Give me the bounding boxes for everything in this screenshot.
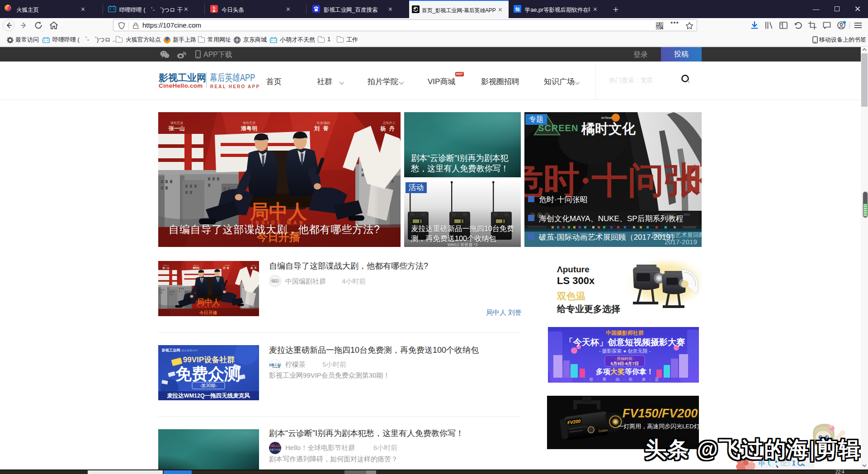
svg-text:-第30期-: -第30期- (200, 383, 217, 388)
svg-text:电影节社群: 电影节社群 (269, 448, 281, 451)
svg-text:「今天杯」创意短视频摄影大赛: 「今天杯」创意短视频摄影大赛 (565, 337, 685, 347)
svg-text:HELLO: HELLO (270, 444, 281, 447)
svg-text:条: 条 (212, 9, 216, 13)
svg-text:| 幕后英雄APP: | 幕后英雄APP (180, 349, 198, 352)
svg-text:5月8日-6月7日: 5月8日-6月7日 (611, 361, 639, 366)
svg-text:给专业更多选择: 给专业更多选择 (557, 304, 620, 314)
svg-text:· 世 · 界 · 由 · 你 · 来 · 定 ·: · 世 · 界 · 由 · 你 · 来 · 定 · (584, 377, 665, 382)
svg-text:Λputure: Λputure (557, 265, 590, 274)
svg-text:- 摄影探索 ● 创意无限 -: - 摄影探索 ● 创意无限 - (599, 348, 651, 354)
svg-text:FV150/FV200: FV150/FV200 (623, 407, 698, 420)
svg-text:· 投稿时间 ·: · 投稿时间 · (615, 356, 635, 361)
svg-text:99VIP设备社群: 99VIP设备社群 (183, 356, 235, 364)
svg-text:麦拉达WM12Q一拖四无线麦克风: 麦拉达WM12Q一拖四无线麦克风 (166, 393, 250, 399)
svg-text:多项大奖等你拿！: 多项大奖等你拿！ (596, 368, 654, 375)
svg-text:知: 知 (515, 7, 520, 12)
svg-text:橘时文化: 橘时文化 (581, 121, 636, 136)
svg-text:影视工业网: 影视工业网 (161, 348, 180, 352)
svg-text:双色温: 双色温 (557, 291, 585, 301)
svg-text:inTime: inTime (601, 116, 612, 120)
svg-text:免费众测: 免费众测 (175, 365, 241, 383)
svg-text:LS 300x: LS 300x (557, 275, 595, 286)
svg-text:昭: 昭 (685, 161, 702, 200)
svg-text:一灯两用，高速同步闪光LED灯: 一灯两用，高速同步闪光LED灯 (618, 423, 699, 430)
svg-text:中国摄影师社群: 中国摄影师社群 (606, 330, 644, 336)
